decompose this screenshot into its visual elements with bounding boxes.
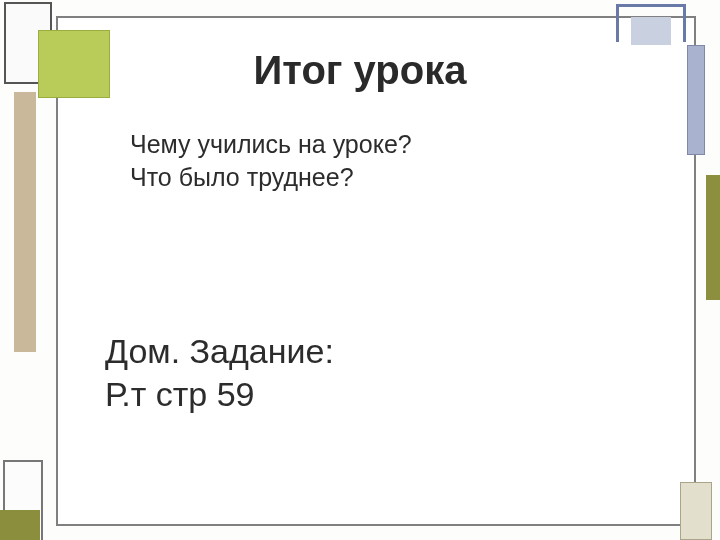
decor-top-right-blue	[616, 4, 686, 42]
question-line-1: Чему учились на уроке?	[130, 128, 412, 161]
decor-bottom-right-cream	[680, 482, 712, 540]
slide: Итог урока Чему учились на уроке? Что бы…	[0, 0, 720, 540]
decor-bottom-left-olive	[0, 510, 40, 540]
slide-title: Итог урока	[0, 48, 720, 93]
decor-right-olive-strip	[706, 175, 720, 300]
homework-block: Дом. Задание: Р.т стр 59	[105, 330, 334, 415]
reflection-questions: Чему учились на уроке? Что было труднее?	[130, 128, 412, 193]
decor-left-tan-strip	[14, 92, 36, 352]
homework-label: Дом. Задание:	[105, 330, 334, 373]
question-line-2: Что было труднее?	[130, 161, 412, 194]
homework-text: Р.т стр 59	[105, 373, 334, 416]
